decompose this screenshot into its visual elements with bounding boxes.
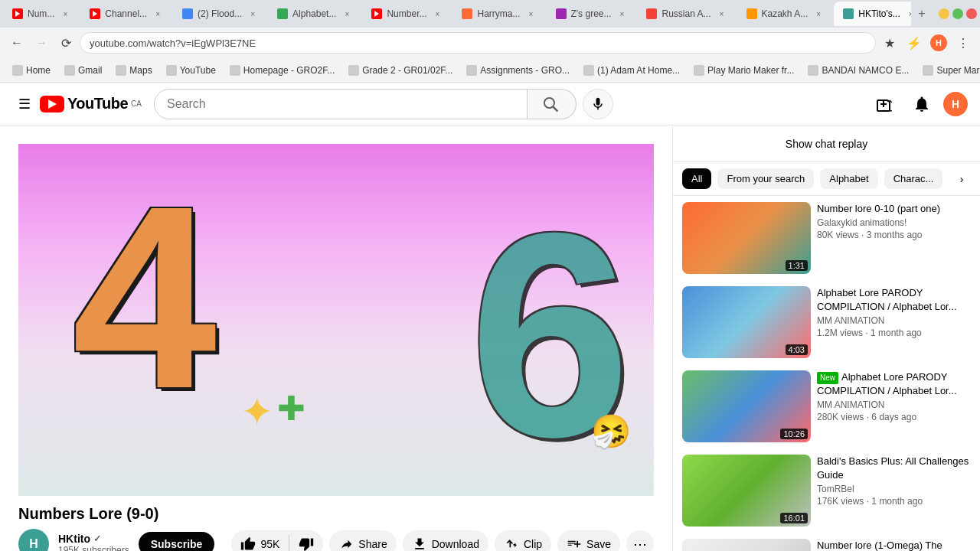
search-form — [154, 89, 613, 119]
bookmark-item[interactable]: (1) Adam At Home... — [577, 64, 686, 77]
back-button[interactable]: ← — [6, 32, 28, 54]
sidebar-thumb: 1:31 — [682, 202, 811, 274]
search-button[interactable] — [528, 89, 577, 119]
sidebar-video-meta: 1.2M views · 1 month ago — [817, 328, 971, 338]
forward-button[interactable]: → — [31, 32, 52, 54]
browser-tab-russian[interactable]: Russian A... × — [637, 2, 737, 26]
dislike-button[interactable] — [289, 530, 323, 551]
sidebar-video-item[interactable]: 4:03 Alphabet Lore PARODY COMPILATION / … — [673, 280, 980, 364]
tab-close-channel[interactable]: × — [152, 8, 164, 20]
youtube-header: ☰ YouTubeCA H — [0, 83, 980, 126]
browser-tab-harrymary[interactable]: Harryma... × — [452, 2, 546, 26]
sidebar-thumb: 4:03 — [682, 286, 811, 358]
sidebar-video-title: Alphabet Lore PARODY COMPILATION / Alpha… — [817, 286, 971, 314]
sidebar-video-info: Number lore 0-10 (part one) Galaxykid an… — [817, 202, 971, 274]
bookmark-item[interactable]: Play Mario Maker fr... — [688, 64, 800, 77]
chat-replay-button[interactable]: Show chat replay — [673, 126, 980, 162]
tab-close-russian[interactable]: × — [716, 8, 728, 20]
user-avatar[interactable]: H — [943, 92, 968, 116]
filter-chip-charac...[interactable]: Charac... — [884, 168, 943, 189]
new-tab-button[interactable]: + — [911, 3, 933, 24]
sidebar-video-info: Baldi's Basics Plus: All Challenges Guid… — [817, 455, 971, 527]
video-thumbnail[interactable]: 4 6 ✦ ✚ 🤧 — [18, 144, 654, 496]
browser-window: Num... × Channel... × (2) Flood... × Alp… — [0, 0, 980, 83]
channel-avatar[interactable]: H — [18, 529, 49, 551]
voice-search-button[interactable] — [583, 89, 613, 119]
download-button[interactable]: Download — [403, 530, 488, 551]
sidebar-video-item[interactable]: 7:50 Number lore (1-Omega) The movie|n d… — [673, 533, 980, 551]
browser-tab-kazakh[interactable]: Kazakh A... × — [737, 2, 835, 26]
share-button[interactable]: Share — [329, 530, 396, 551]
clip-label: Clip — [524, 538, 542, 550]
sidebar-video-item[interactable]: 10:26 NewAlphabet Lore PARODY COMPILATIO… — [673, 364, 980, 448]
browser-tab-number[interactable]: Number... × — [362, 2, 452, 26]
sidebar-video-item[interactable]: 1:31 Number lore 0-10 (part one) Galaxyk… — [673, 196, 980, 280]
browser-tab-zsgreek[interactable]: Z's gree... × — [547, 2, 638, 26]
youtube-page: ☰ YouTubeCA H — [0, 83, 980, 551]
filter-chip-alphabet[interactable]: Alphabet — [820, 168, 877, 189]
like-count: 95K — [260, 538, 279, 550]
bookmark-item[interactable]: Assignments - GRO... — [460, 64, 576, 77]
channel-info: H HKtito ✓ 195K subscribers Subscribe — [18, 529, 214, 551]
filter-next-button[interactable]: › — [952, 170, 971, 188]
bookmark-button[interactable]: ★ — [879, 32, 900, 54]
profile-button[interactable]: H — [928, 32, 949, 54]
bookmark-item[interactable]: Maps — [109, 64, 158, 77]
tab-close-zsgreek[interactable]: × — [616, 8, 628, 20]
filter-chip-from-your-search[interactable]: From your search — [717, 168, 814, 189]
clip-button[interactable]: Clip — [495, 530, 551, 551]
bookmark-item[interactable]: Gmail — [58, 64, 108, 77]
settings-button[interactable]: ⋮ — [952, 32, 974, 54]
tab-close-flood1[interactable]: × — [247, 8, 259, 20]
search-input[interactable] — [167, 97, 514, 111]
tab-close-harrymary[interactable]: × — [525, 8, 537, 20]
bookmark-item[interactable]: Super Mario Bros. 1... — [916, 64, 980, 77]
content-area: 4 6 ✦ ✚ 🤧 Numbers Lore (9-0) H — [0, 126, 980, 551]
bookmark-item[interactable]: Homepage - GRO2F... — [224, 64, 341, 77]
tab-close-alphabet[interactable]: × — [341, 8, 353, 20]
tab-close-num[interactable]: × — [59, 8, 71, 20]
filter-chip-all[interactable]: All — [682, 168, 711, 189]
browser-tab-flood1[interactable]: (2) Flood... × — [173, 2, 268, 26]
browser-tab-num[interactable]: Num... × — [3, 2, 80, 26]
browser-tab-hktito[interactable]: HKTito's... × — [834, 2, 911, 26]
reload-button[interactable]: ⟳ — [55, 32, 77, 54]
browser-tab-alphabet[interactable]: Alphabet... × — [268, 2, 362, 26]
tab-close-number[interactable]: × — [431, 8, 443, 20]
like-button[interactable]: 95K — [231, 530, 289, 551]
more-actions-button[interactable]: ⋯ — [626, 530, 654, 551]
notifications-button[interactable] — [906, 89, 937, 119]
tab-close-hktito[interactable]: × — [905, 8, 911, 20]
bookmark-item[interactable]: Home — [6, 64, 57, 77]
bookmark-item[interactable]: Grade 2 - GR01/02F... — [342, 64, 459, 77]
video-duration: 16:01 — [780, 513, 808, 523]
sidebar-video-list: 1:31 Number lore 0-10 (part one) Galaxyk… — [673, 196, 980, 551]
subscribe-button[interactable]: Subscribe — [139, 532, 215, 551]
youtube-country: CA — [131, 99, 142, 108]
address-bar[interactable]: youtube.com/watch?v=iEgWPl3E7NE — [80, 32, 876, 54]
sidebar: Show chat replay AllFrom your searchAlph… — [672, 126, 980, 551]
bookmark-item[interactable]: BANDAI NAMCO E... — [802, 64, 915, 77]
sidebar-video-meta: 80K views · 3 months ago — [817, 230, 971, 240]
save-label: Save — [586, 538, 611, 550]
close-button[interactable] — [966, 8, 977, 19]
extension-button[interactable]: ⚡ — [903, 32, 925, 54]
channel-name[interactable]: HKtito ✓ — [58, 533, 129, 545]
sidebar-channel-name: MM ANIMATION — [817, 315, 971, 326]
subscriber-count: 195K subscribers — [58, 545, 129, 551]
header-actions: H — [870, 89, 968, 119]
tab-close-kazakh[interactable]: × — [812, 8, 825, 20]
sidebar-video-item[interactable]: 16:01 Baldi's Basics Plus: All Challenge… — [673, 448, 980, 533]
youtube-logo[interactable]: YouTubeCA — [40, 95, 142, 112]
channel-details: HKtito ✓ 195K subscribers — [58, 533, 129, 551]
save-button[interactable]: Save — [557, 530, 620, 551]
verified-icon: ✓ — [93, 533, 101, 544]
bookmark-item[interactable]: YouTube — [160, 64, 222, 77]
emoji-overlay: 🤧 — [591, 412, 631, 450]
create-video-button[interactable] — [870, 89, 900, 119]
hamburger-menu[interactable]: ☰ — [12, 90, 37, 119]
minimize-button[interactable] — [939, 8, 949, 19]
browser-tab-channel[interactable]: Channel... × — [80, 2, 173, 26]
video-duration: 10:26 — [780, 429, 808, 439]
maximize-button[interactable] — [952, 8, 963, 19]
